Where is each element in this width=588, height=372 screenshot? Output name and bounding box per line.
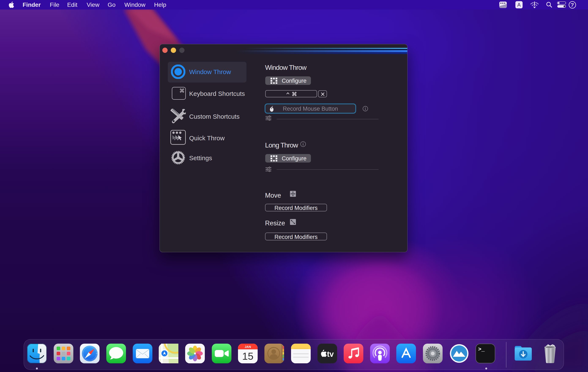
svg-text:tv: tv (327, 350, 334, 359)
svg-text:>_: >_ (478, 346, 485, 352)
svg-text:A: A (517, 2, 521, 8)
svg-text:15: 15 (242, 351, 253, 362)
svg-text:JAN: JAN (244, 345, 251, 349)
